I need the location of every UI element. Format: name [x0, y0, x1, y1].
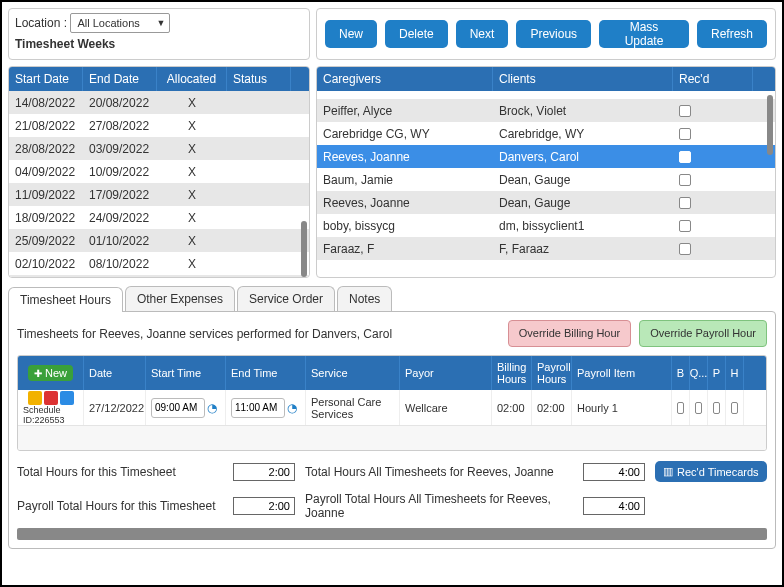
tab-timesheet-hours[interactable]: Timesheet Hours [8, 287, 123, 312]
th-payroll-hours[interactable]: Payroll Hours [532, 356, 572, 390]
cell-caregiver: Faraaz, F [317, 242, 493, 256]
cell-client: dm, bissyclient1 [493, 219, 673, 233]
tw-row[interactable]: 21/08/202227/08/2022X [9, 114, 309, 137]
previous-button[interactable]: Previous [516, 20, 591, 48]
th-q[interactable]: Q... [690, 356, 708, 390]
location-select[interactable]: All Locations [70, 13, 170, 33]
tw-row[interactable]: 02/10/202208/10/2022X [9, 252, 309, 275]
client-row[interactable]: Faraaz, FF, Faraaz [317, 237, 775, 260]
recd-checkbox[interactable] [679, 197, 691, 209]
client-row[interactable]: Baum, JamieDean, Gauge [317, 168, 775, 191]
timesheet-title: Timesheets for Reeves, Joanne services p… [17, 327, 500, 341]
recd-checkbox[interactable] [679, 151, 691, 163]
cl-header-recd[interactable]: Rec'd [673, 67, 753, 91]
tw-row[interactable]: 04/09/202210/09/2022X [9, 160, 309, 183]
cell-caregiver: Reeves, Joanne [317, 196, 493, 210]
tab-service-order[interactable]: Service Order [237, 286, 335, 311]
tw-cell-start: 21/08/2022 [9, 119, 83, 133]
th-end[interactable]: End Time [226, 356, 306, 390]
tw-row[interactable]: 11/09/202217/09/2022X [9, 183, 309, 206]
tw-row[interactable]: 14/08/202220/08/2022X [9, 91, 309, 114]
tw-header-alloc[interactable]: Allocated [157, 67, 227, 91]
cell-service: Personal Care Services [306, 390, 400, 425]
tw-header-start[interactable]: Start Date [9, 67, 83, 91]
recd-checkbox[interactable] [679, 105, 691, 117]
new-button[interactable]: New [325, 20, 377, 48]
checkbox-q[interactable] [695, 402, 702, 414]
clock-icon[interactable]: ◔ [285, 401, 299, 415]
th-service[interactable]: Service [306, 356, 400, 390]
tw-row[interactable]: 28/08/202203/09/2022X [9, 137, 309, 160]
cl-header-cg[interactable]: Caregivers [317, 67, 493, 91]
client-row[interactable]: Reeves, JoanneDanvers, Carol [317, 145, 775, 168]
override-payroll-button[interactable]: Override Payroll Hour [639, 320, 767, 347]
timesheet-hours-grid: New Date Start Time End Time Service Pay… [17, 355, 767, 451]
cell-client: Carebridge, WY [493, 127, 673, 141]
recd-checkbox[interactable] [679, 128, 691, 140]
total-hours-all-value [583, 463, 645, 481]
tw-cell-end: 10/09/2022 [83, 165, 157, 179]
tab-other-expenses[interactable]: Other Expenses [125, 286, 235, 311]
tw-row[interactable]: 09/10/202215/10/2022X [9, 275, 309, 277]
tw-row[interactable]: 25/09/202201/10/2022X [9, 229, 309, 252]
cl-header-cl[interactable]: Clients [493, 67, 673, 91]
end-time-input[interactable] [231, 398, 285, 418]
delete-icon[interactable] [44, 391, 58, 405]
chart-icon: ▥ [663, 465, 673, 478]
cell-payor: Wellcare [400, 390, 492, 425]
tw-header-status[interactable]: Status [227, 67, 291, 91]
mass-update-button[interactable]: Mass Update [599, 20, 689, 48]
payroll-total-value [233, 497, 295, 515]
recd-checkbox[interactable] [679, 243, 691, 255]
cell-caregiver: boby, bissycg [317, 219, 493, 233]
tw-cell-alloc: X [157, 188, 227, 202]
checkbox-p[interactable] [713, 402, 720, 414]
timesheet-row[interactable]: Schedule ID:226553 27/12/2022 ◔ ◔ Person… [18, 390, 766, 426]
tw-row[interactable]: 18/09/202224/09/2022X [9, 206, 309, 229]
client-row[interactable]: boby, bissycgdm, bissyclient1 [317, 214, 775, 237]
cell-caregiver: Peiffer, Alyce [317, 104, 493, 118]
start-time-input[interactable] [151, 398, 205, 418]
th-billing-hours[interactable]: Billing Hours [492, 356, 532, 390]
view-icon[interactable] [60, 391, 74, 405]
client-row[interactable]: Reeves, JoanneDean, Gauge [317, 191, 775, 214]
total-hours-value [233, 463, 295, 481]
th-date[interactable]: Date [84, 356, 146, 390]
th-payroll-item[interactable]: Payroll Item [572, 356, 672, 390]
recd-checkbox[interactable] [679, 220, 691, 232]
payroll-total-all-label: Payroll Total Hours All Timesheets for R… [305, 492, 577, 520]
edit-icon[interactable] [28, 391, 42, 405]
cell-client: Danvers, Carol [493, 150, 673, 164]
cl-scrollbar-thumb[interactable] [767, 95, 773, 155]
tw-cell-end: 08/10/2022 [83, 257, 157, 271]
recd-timecards-button[interactable]: ▥ Rec'd Timecards [655, 461, 767, 482]
client-row[interactable]: Peiffer, AlyceBrock, Violet [317, 99, 775, 122]
tab-notes[interactable]: Notes [337, 286, 392, 311]
th-start[interactable]: Start Time [146, 356, 226, 390]
th-b[interactable]: B [672, 356, 690, 390]
clock-icon[interactable]: ◔ [205, 401, 219, 415]
tw-header-end[interactable]: End Date [83, 67, 157, 91]
refresh-button[interactable]: Refresh [697, 20, 767, 48]
cell-billing-hours: 02:00 [492, 390, 532, 425]
th-h[interactable]: H [726, 356, 744, 390]
blank-row [18, 426, 766, 450]
horizontal-scrollbar[interactable] [17, 528, 767, 540]
total-hours-all-label: Total Hours All Timesheets for Reeves, J… [305, 465, 577, 479]
timesheet-weeks-grid: Start Date End Date Allocated Status 14/… [8, 66, 310, 278]
payroll-total-label: Payroll Total Hours for this Timesheet [17, 499, 227, 513]
override-billing-button[interactable]: Override Billing Hour [508, 320, 631, 347]
add-row-button[interactable]: New [28, 365, 73, 381]
th-p[interactable]: P [708, 356, 726, 390]
tw-scrollbar-thumb[interactable] [301, 221, 307, 277]
tw-cell-start: 04/09/2022 [9, 165, 83, 179]
client-row[interactable]: Carebridge CG, WYCarebridge, WY [317, 122, 775, 145]
next-button[interactable]: Next [456, 20, 509, 48]
checkbox-h[interactable] [731, 402, 738, 414]
tw-cell-end: 24/09/2022 [83, 211, 157, 225]
th-payor[interactable]: Payor [400, 356, 492, 390]
recd-checkbox[interactable] [679, 174, 691, 186]
delete-button[interactable]: Delete [385, 20, 448, 48]
tw-cell-alloc: X [157, 96, 227, 110]
checkbox-b[interactable] [677, 402, 684, 414]
